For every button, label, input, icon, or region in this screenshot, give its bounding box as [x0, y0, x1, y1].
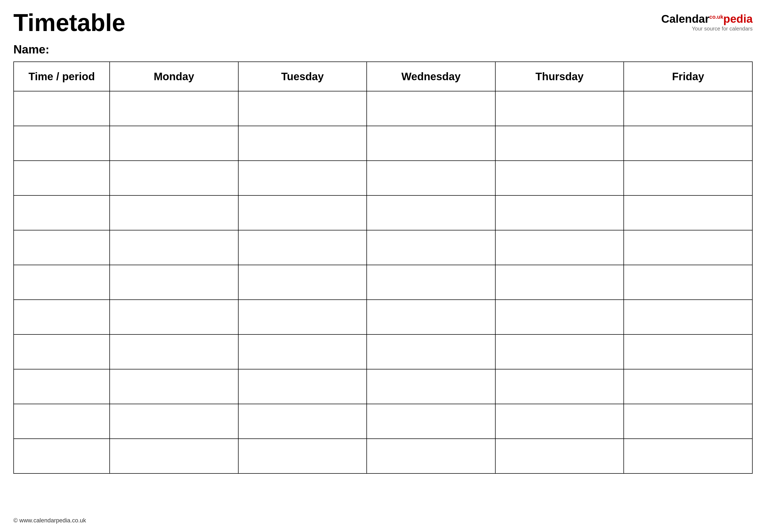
col-header-time: Time / period	[14, 62, 110, 91]
table-cell[interactable]	[238, 230, 367, 265]
col-header-friday: Friday	[624, 62, 752, 91]
table-cell[interactable]	[624, 91, 752, 126]
col-header-monday: Monday	[110, 62, 238, 91]
timetable: Time / period Monday Tuesday Wednesday T…	[13, 61, 753, 474]
footer-url: © www.calendarpedia.co.uk	[13, 517, 86, 524]
table-cell[interactable]	[14, 161, 110, 195]
table-cell[interactable]	[110, 369, 238, 404]
table-cell[interactable]	[495, 369, 624, 404]
table-cell[interactable]	[367, 369, 495, 404]
table-cell[interactable]	[110, 265, 238, 300]
table-cell[interactable]	[495, 439, 624, 473]
table-row	[14, 195, 752, 230]
table-cell[interactable]	[14, 230, 110, 265]
table-cell[interactable]	[495, 161, 624, 195]
table-cell[interactable]	[367, 334, 495, 369]
table-cell[interactable]	[495, 300, 624, 334]
logo-tagline: Your source for calendars	[692, 26, 753, 32]
table-cell[interactable]	[624, 161, 752, 195]
table-row	[14, 404, 752, 439]
table-cell[interactable]	[624, 300, 752, 334]
table-cell[interactable]	[14, 334, 110, 369]
table-cell[interactable]	[495, 265, 624, 300]
table-cell[interactable]	[14, 195, 110, 230]
logo: Calendarco.ukpedia	[661, 13, 753, 25]
table-row	[14, 230, 752, 265]
table-cell[interactable]	[110, 300, 238, 334]
logo-pedia: pedia	[723, 13, 753, 25]
table-row	[14, 300, 752, 334]
table-cell[interactable]	[367, 126, 495, 161]
table-cell[interactable]	[238, 161, 367, 195]
table-cell[interactable]	[367, 439, 495, 473]
table-row	[14, 161, 752, 195]
table-cell[interactable]	[110, 404, 238, 439]
table-cell[interactable]	[495, 91, 624, 126]
table-cell[interactable]	[367, 91, 495, 126]
table-cell[interactable]	[14, 126, 110, 161]
table-cell[interactable]	[238, 195, 367, 230]
table-cell[interactable]	[238, 439, 367, 473]
table-cell[interactable]	[624, 334, 752, 369]
table-cell[interactable]	[110, 161, 238, 195]
table-cell[interactable]	[495, 195, 624, 230]
table-cell[interactable]	[110, 230, 238, 265]
table-cell[interactable]	[14, 404, 110, 439]
table-cell[interactable]	[14, 439, 110, 473]
timetable-body	[14, 91, 752, 473]
table-cell[interactable]	[238, 265, 367, 300]
table-cell[interactable]	[367, 161, 495, 195]
table-row	[14, 265, 752, 300]
table-cell[interactable]	[367, 300, 495, 334]
col-header-wednesday: Wednesday	[367, 62, 495, 91]
table-cell[interactable]	[238, 404, 367, 439]
table-cell[interactable]	[495, 230, 624, 265]
table-row	[14, 126, 752, 161]
table-cell[interactable]	[624, 404, 752, 439]
page-header: Timetable Calendarco.ukpedia Your source…	[13, 11, 753, 35]
page-title: Timetable	[13, 11, 125, 35]
logo-calendar: Calendar	[661, 13, 709, 25]
table-cell[interactable]	[624, 439, 752, 473]
table-cell[interactable]	[624, 230, 752, 265]
table-cell[interactable]	[495, 126, 624, 161]
table-cell[interactable]	[367, 265, 495, 300]
col-header-thursday: Thursday	[495, 62, 624, 91]
table-cell[interactable]	[238, 369, 367, 404]
table-cell[interactable]	[14, 300, 110, 334]
table-cell[interactable]	[367, 230, 495, 265]
table-cell[interactable]	[624, 126, 752, 161]
table-cell[interactable]	[495, 334, 624, 369]
table-cell[interactable]	[110, 195, 238, 230]
table-cell[interactable]	[14, 91, 110, 126]
table-cell[interactable]	[624, 369, 752, 404]
table-cell[interactable]	[110, 126, 238, 161]
table-row	[14, 91, 752, 126]
table-cell[interactable]	[624, 195, 752, 230]
table-cell[interactable]	[14, 369, 110, 404]
table-cell[interactable]	[110, 439, 238, 473]
table-cell[interactable]	[14, 265, 110, 300]
table-cell[interactable]	[238, 334, 367, 369]
table-cell[interactable]	[238, 300, 367, 334]
table-row	[14, 334, 752, 369]
name-label: Name:	[13, 43, 753, 56]
table-cell[interactable]	[110, 334, 238, 369]
col-header-tuesday: Tuesday	[238, 62, 367, 91]
table-cell[interactable]	[495, 404, 624, 439]
table-cell[interactable]	[367, 404, 495, 439]
logo-container: Calendarco.ukpedia Your source for calen…	[661, 13, 753, 32]
table-cell[interactable]	[367, 195, 495, 230]
table-cell[interactable]	[624, 265, 752, 300]
table-cell[interactable]	[238, 91, 367, 126]
logo-co: co.uk	[709, 14, 723, 20]
table-header-row: Time / period Monday Tuesday Wednesday T…	[14, 62, 752, 91]
table-row	[14, 369, 752, 404]
table-cell[interactable]	[110, 91, 238, 126]
table-row	[14, 439, 752, 473]
table-cell[interactable]	[238, 126, 367, 161]
